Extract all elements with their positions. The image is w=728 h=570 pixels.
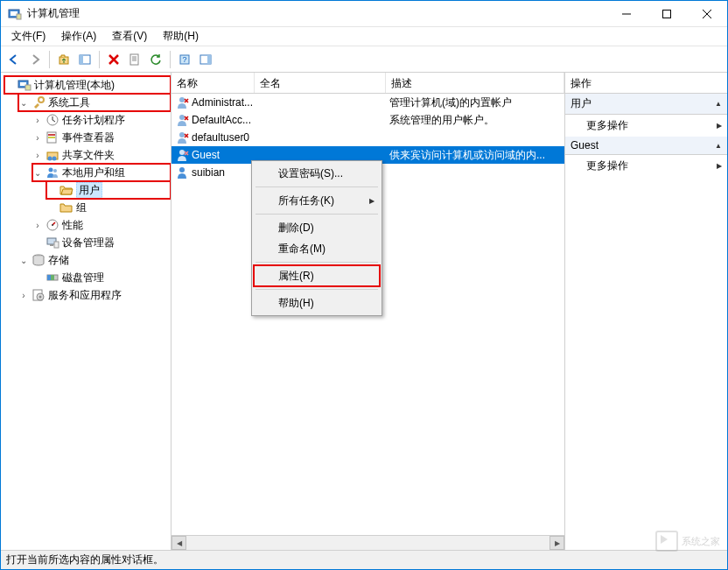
help-button[interactable]: ? [175,50,194,69]
tree-pane[interactable]: 计算机管理(本地) ⌄ 系统工具 › [1,73,172,550]
user-disabled-icon [175,95,189,109]
forward-button[interactable] [25,50,45,69]
column-description[interactable]: 描述 [386,73,564,93]
ctx-label: 帮助(H) [278,296,314,311]
expand-icon[interactable]: › [32,150,43,160]
close-button[interactable] [687,1,727,27]
up-button[interactable] [54,50,74,69]
svg-rect-17 [207,55,211,64]
ctx-delete[interactable]: 删除(D) [254,217,380,238]
cell-name: DefaultAcc... [192,114,251,126]
action-pane-button[interactable] [196,50,215,69]
expand-icon[interactable]: › [32,115,43,125]
user-disabled-icon [175,113,189,127]
svg-point-29 [49,168,53,172]
app-icon [8,7,22,21]
delete-button[interactable] [104,50,123,69]
svg-rect-39 [51,275,54,280]
tree-root[interactable]: 计算机管理(本地) [4,76,171,94]
tree-shared-folders[interactable]: › 共享文件夹 [32,146,171,164]
tree-performance[interactable]: › 性能 [32,216,171,234]
tree-services-apps[interactable]: › 服务和应用程序 [18,286,171,304]
tree-label: 共享文件夹 [62,148,115,163]
show-hide-tree-button[interactable] [75,50,94,69]
folder-open-icon [60,183,74,197]
column-fullname[interactable]: 全名 [255,73,386,93]
svg-rect-10 [130,54,138,65]
list-row[interactable]: Administrat... 管理计算机(域)的内置帐户 [172,94,564,111]
action-pane: 操作 用户 ▲ 更多操作 ▶ Guest ▲ 更多操作 ▶ [565,73,727,550]
expand-icon[interactable]: ⌄ [18,97,29,108]
action-item-label: 更多操作 [586,118,628,133]
svg-rect-34 [50,244,53,246]
toolbar-separator [170,51,171,68]
ctx-label: 属性(R) [278,269,314,284]
ctx-separator [256,186,378,187]
users-groups-icon [46,165,60,179]
tree-device-manager[interactable]: 设备管理器 [32,234,171,251]
refresh-button[interactable] [146,50,165,69]
scroll-right-button[interactable]: ▶ [550,536,564,550]
action-more-guest[interactable]: 更多操作 ▶ [565,155,727,177]
expand-icon[interactable]: › [32,132,43,143]
performance-icon [46,218,60,232]
ctx-rename[interactable]: 重命名(M) [254,238,380,259]
scroll-left-button[interactable]: ◀ [172,536,186,550]
cell-name: Administrat... [192,96,253,109]
submenu-arrow-icon: ▶ [717,122,722,130]
ctx-all-tasks[interactable]: 所有任务(K)▶ [254,190,380,211]
tree-label: 组 [76,201,87,215]
svg-point-27 [48,157,52,161]
cell-description: 管理计算机(域)的内置帐户 [386,95,564,110]
scroll-track[interactable] [186,536,550,550]
back-button[interactable] [4,50,24,69]
list-row[interactable]: DefaultAcc... 系统管理的用户帐户。 [172,111,564,129]
minimize-button[interactable] [606,1,647,27]
ctx-set-password[interactable]: 设置密码(S)... [254,163,380,184]
tree-disk-management[interactable]: 磁盘管理 [32,269,171,286]
action-item-label: 更多操作 [586,158,628,173]
device-icon [46,236,60,250]
ctx-help[interactable]: 帮助(H) [254,292,380,313]
toolbar: ? [1,46,727,73]
svg-point-42 [39,296,42,299]
tree-event-viewer[interactable]: › 事件查看器 [32,129,171,146]
menu-file[interactable]: 文件(F) [4,27,52,46]
tree-local-users-groups[interactable]: ⌄ 本地用户和组 [32,164,171,181]
collapse-icon[interactable] [4,80,15,90]
ctx-label: 设置密码(S)... [278,166,343,181]
disk-icon [46,271,60,285]
svg-rect-24 [48,134,55,136]
folder-icon [60,201,74,215]
list-row[interactable]: defaultuser0 [172,129,564,146]
user-disabled-icon [175,148,189,162]
tree-storage[interactable]: ⌄ 存储 [18,251,171,269]
ctx-properties[interactable]: 属性(R) [254,265,380,286]
tree-label: 存储 [48,253,69,268]
tree-groups[interactable]: 组 [46,199,171,216]
svg-rect-38 [47,275,51,280]
tree-users[interactable]: 用户 [46,181,171,199]
expand-icon[interactable]: ⌄ [32,167,43,178]
menu-action[interactable]: 操作(A) [54,27,103,46]
expand-icon[interactable]: › [18,290,29,300]
ctx-separator [256,262,378,263]
tree-task-scheduler[interactable]: › 任务计划程序 [32,111,171,129]
expand-icon[interactable]: ⌄ [18,255,29,265]
action-section-guest[interactable]: Guest ▲ [565,137,727,155]
column-name[interactable]: 名称 [172,73,255,93]
menu-view[interactable]: 查看(V) [105,27,154,46]
properties-button[interactable] [125,50,144,69]
event-icon [46,130,60,144]
svg-point-30 [53,169,57,172]
svg-point-47 [179,167,185,172]
horizontal-scrollbar[interactable]: ◀ ▶ [172,535,564,550]
expand-icon[interactable]: › [32,220,43,230]
tree-system-tools[interactable]: ⌄ 系统工具 [18,94,171,111]
maximize-button[interactable] [647,1,687,27]
action-section-users[interactable]: 用户 ▲ [565,94,727,115]
svg-point-28 [52,157,57,161]
cell-name: defaultuser0 [192,131,249,144]
action-more-users[interactable]: 更多操作 ▶ [565,115,727,137]
menu-help[interactable]: 帮助(H) [156,27,206,46]
